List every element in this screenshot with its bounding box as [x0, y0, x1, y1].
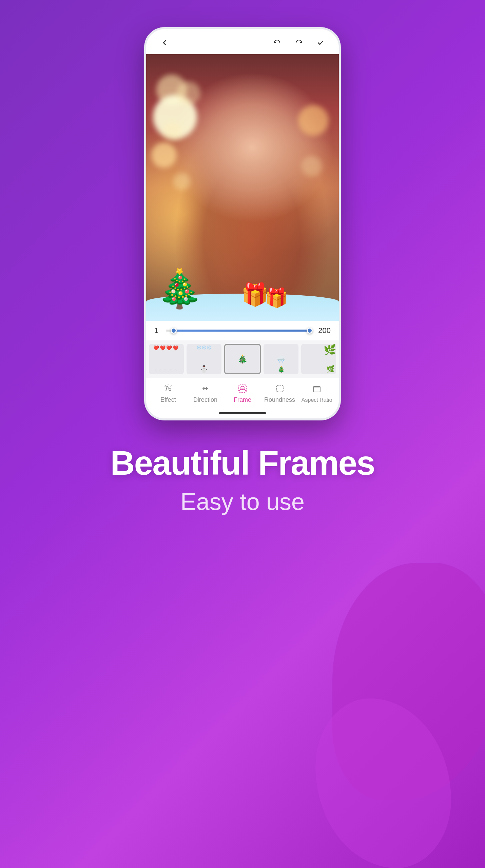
slider-min-label: 1	[154, 326, 161, 335]
snowman-decoration: ⛄	[200, 365, 208, 373]
hearts-decoration: ❤️❤️❤️❤️	[149, 345, 184, 351]
frame-label: Frame	[234, 396, 251, 403]
back-button[interactable]	[158, 37, 171, 49]
christmas-tree-emoji: 🎄	[156, 270, 203, 307]
nav-item-effect[interactable]: Effect	[150, 383, 187, 403]
corner-decoration: 🌿	[324, 344, 336, 356]
nav-item-roundness[interactable]: Roundness	[261, 383, 298, 403]
nav-item-direction[interactable]: Direction	[187, 383, 224, 403]
gift-box-1: 🎁	[241, 283, 269, 305]
corner-deco-bottom: 🌿	[326, 365, 335, 373]
bokeh-7	[298, 105, 329, 136]
effect-label: Effect	[160, 396, 176, 403]
roundness-label: Roundness	[264, 396, 295, 403]
small-tree-2: 🎄	[277, 366, 285, 373]
gift-box-2: 🎁	[265, 289, 288, 307]
direction-label: Direction	[193, 396, 217, 403]
phone-frame: 🎄 🎁 🎁 1 200 ❤️❤️❤️❤️ ♡♡♡♡♡♡ ⛄	[144, 27, 341, 420]
bokeh-6	[173, 173, 190, 190]
nav-item-aspect-ratio[interactable]: Aspect Ratio	[298, 383, 335, 403]
bokeh-4	[163, 122, 182, 141]
phone-mockup: 🎄 🎁 🎁 1 200 ❤️❤️❤️❤️ ♡♡♡♡♡♡ ⛄	[144, 27, 341, 420]
bokeh-8	[302, 156, 322, 176]
snowflake-decoration: ❄️❄️❄️	[196, 345, 212, 350]
aspect-ratio-icon	[311, 383, 323, 395]
frame-thumbnails: ❤️❤️❤️❤️ ♡♡♡♡♡♡ ⛄ ❄️❄️❄️ 🎄 ✓ 🌨️ 🎄 🌿	[146, 340, 339, 378]
slider-max-label: 200	[318, 326, 331, 335]
frame-icon	[237, 383, 248, 394]
thumb-border-bottom: ♡♡♡♡♡♡	[149, 368, 184, 373]
nav-item-frame[interactable]: Frame	[224, 383, 261, 403]
slider-thumb-right[interactable]	[307, 328, 313, 334]
frame-thumbnail-hearts[interactable]: ❤️❤️❤️❤️ ♡♡♡♡♡♡	[149, 344, 184, 374]
bottom-navigation: Effect Direction	[146, 378, 339, 410]
svg-rect-4	[313, 387, 320, 392]
confirm-button[interactable]	[314, 37, 327, 49]
undo-button[interactable]	[271, 37, 283, 49]
bokeh-5	[151, 142, 177, 168]
frame-slider: 1 200	[146, 321, 339, 340]
aspect-ratio-label: Aspect Ratio	[302, 397, 332, 403]
frame-thumbnail-snowman[interactable]: ⛄ ❄️❄️❄️	[187, 344, 221, 374]
slider-track[interactable]	[166, 330, 313, 332]
roundness-icon	[274, 383, 286, 394]
snow-scene-decoration: 🌨️	[277, 355, 285, 363]
frame-thumbnail-corner[interactable]: 🌿 🌿	[301, 344, 336, 374]
frame-thumbnail-tree[interactable]: 🎄 ✓	[224, 344, 261, 374]
main-heading: Beautiful Frames	[110, 444, 374, 481]
svg-rect-3	[276, 385, 283, 392]
effect-icon	[162, 383, 174, 394]
phone-topbar	[146, 29, 339, 54]
photo-canvas: 🎄 🎁 🎁	[146, 54, 339, 321]
selected-checkmark: ✓	[238, 354, 246, 365]
direction-icon	[199, 383, 211, 394]
bokeh-3	[177, 81, 200, 105]
redo-button[interactable]	[293, 37, 305, 49]
svg-point-0	[169, 389, 171, 391]
home-bar	[219, 412, 266, 414]
slider-fill	[173, 330, 311, 332]
frame-thumbnail-snow[interactable]: 🌨️ 🎄	[264, 344, 298, 374]
sub-heading: Easy to use	[110, 488, 374, 515]
marketing-text: Beautiful Frames Easy to use	[83, 444, 402, 515]
home-indicator	[146, 410, 339, 418]
slider-thumb-left[interactable]	[171, 328, 177, 334]
christmas-overlay: 🎄 🎁 🎁	[146, 246, 339, 321]
